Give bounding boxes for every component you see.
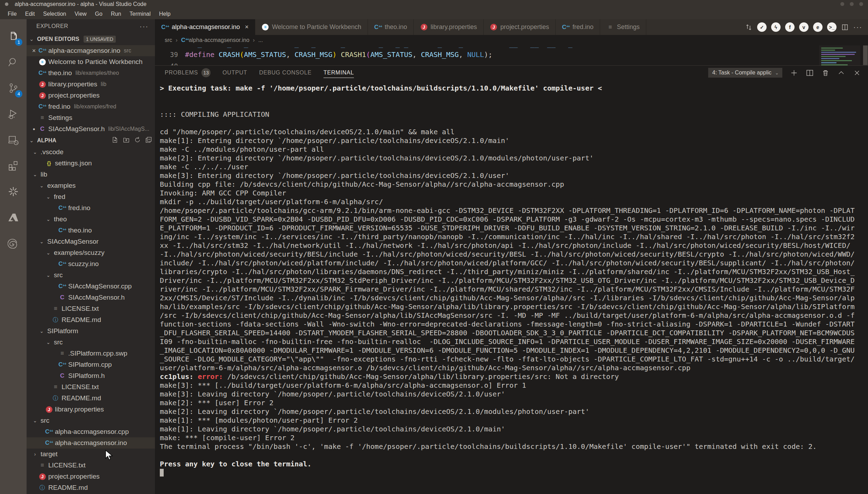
tab-theo.ino[interactable]: C++theo.ino	[368, 19, 414, 35]
activity-particle-workbench[interactable]	[0, 179, 27, 205]
tree-file-license.txt[interactable]: ≡LICENSE.txt	[27, 303, 155, 314]
split-terminal-button[interactable]	[806, 69, 814, 77]
tree-file-theo.ino[interactable]: C++theo.ino	[27, 225, 155, 236]
tree-file-settings.json[interactable]: {}settings.json	[27, 158, 155, 169]
more-actions-icon[interactable]: ···	[853, 23, 862, 31]
new-terminal-button[interactable]	[790, 69, 798, 77]
tree-file-siplatform.h[interactable]: CSIPlatform.h	[27, 370, 155, 381]
activity-source-control[interactable]: 4	[0, 76, 27, 102]
tree-file-scuzzy.ino[interactable]: C++scuzzy.ino	[27, 258, 155, 270]
sidebar-more-actions-icon[interactable]: ···	[140, 22, 149, 30]
menu-selection[interactable]: Selection	[39, 9, 70, 19]
activity-explorer[interactable]: 1	[0, 24, 27, 50]
kill-terminal-button[interactable]	[821, 69, 830, 77]
terminal-selector-dropdown[interactable]: 4: Task - Compile applic ⌄	[708, 68, 782, 78]
open-editor-item[interactable]: Jproject.properties	[27, 90, 155, 101]
menu-go[interactable]: Go	[91, 9, 107, 19]
tree-folder-src[interactable]: ⌄src	[27, 415, 155, 426]
open-editor-item[interactable]: Jlibrary.propertieslib	[27, 79, 155, 90]
tree-file-fred.ino[interactable]: C++fred.ino	[27, 202, 155, 214]
activity-esp-idf[interactable]	[0, 231, 27, 257]
minimize-icon[interactable]	[840, 2, 844, 6]
tree-folder-.vscode[interactable]: ⌄.vscode	[27, 146, 155, 158]
tree-folder-siplatform[interactable]: ⌄SIPlatform	[27, 325, 155, 337]
tree-folder-src[interactable]: ⌄src	[27, 337, 155, 348]
tree-folder-src[interactable]: ⌄src	[27, 270, 155, 281]
folder-section-header[interactable]: ⌄ ALPHA	[27, 135, 155, 146]
activity-run-debug[interactable]	[0, 102, 27, 128]
scrollbar-thumb[interactable]	[863, 45, 868, 65]
menu-view[interactable]: View	[70, 9, 91, 19]
open-editor-item[interactable]: C++theo.inolib/examples/theo	[27, 67, 155, 79]
tree-folder-lib[interactable]: ⌄lib	[27, 169, 155, 180]
e-button-icon[interactable]: e	[813, 22, 823, 32]
tree-file-license.txt[interactable]: ≡LICENSE.txt	[27, 381, 155, 393]
close-window-icon[interactable]	[859, 2, 863, 6]
tree-file-siplatform.cpp[interactable]: C++SIPlatform.cpp	[27, 359, 155, 370]
tree-folder-target[interactable]: ›target	[27, 449, 155, 460]
breadcrumb-item[interactable]: ...	[258, 37, 263, 43]
serial-terminal-icon[interactable]: >_	[827, 22, 837, 32]
close-panel-button[interactable]	[853, 69, 861, 77]
activity-search[interactable]	[0, 50, 27, 76]
tree-folder-siaccmagsensor[interactable]: ⌄SIAccMagSensor	[27, 236, 155, 247]
menu-file[interactable]: File	[3, 9, 21, 19]
tab-project.properties[interactable]: Jproject.properties	[484, 19, 556, 35]
tab-welcome-to-particle-workbench[interactable]: ✳Welcome to Particle Workbench	[255, 19, 368, 35]
v-button-icon[interactable]: v	[799, 22, 809, 32]
maximize-panel-button[interactable]	[837, 69, 845, 77]
open-editor-item[interactable]: ≡Settings	[27, 112, 155, 123]
tree-file-license.txt[interactable]: ≡LICENSE.txt	[27, 460, 155, 471]
tree-file-.siplatform.cpp.swp[interactable]: ≡.SIPlatform.cpp.swp	[27, 348, 155, 359]
tree-folder-examples[interactable]: ⌄examples	[27, 180, 155, 191]
tree-folder-examples-scuzzy[interactable]: ⌄examples/scuzzy	[27, 247, 155, 258]
panel-tab-problems[interactable]: PROBLEMS13	[165, 66, 211, 80]
tree-file-library.properties[interactable]: Jlibrary.properties	[27, 404, 155, 415]
panel-tab-output[interactable]: OUTPUT	[222, 66, 247, 80]
close-icon[interactable]: ×	[29, 47, 38, 55]
close-icon[interactable]: ×	[245, 23, 249, 31]
tab-fred.ino[interactable]: C++fred.ino	[556, 19, 600, 35]
sync-icon[interactable]	[745, 23, 753, 31]
menu-edit[interactable]: Edit	[21, 9, 39, 19]
tree-file-siaccmagsensor.h[interactable]: CSIAccMagSensor.h	[27, 292, 155, 303]
activity-azure[interactable]	[0, 205, 27, 231]
tree-folder-fred[interactable]: ⌄fred	[27, 191, 155, 202]
menu-terminal[interactable]: Terminal	[125, 9, 155, 19]
split-editor-icon[interactable]	[841, 23, 849, 31]
menu-help[interactable]: Help	[155, 9, 175, 19]
tree-file-readme.md[interactable]: ⓘREADME.md	[27, 482, 155, 493]
new-file-icon[interactable]	[112, 136, 119, 145]
tree-file-readme.md[interactable]: ⓘREADME.md	[27, 314, 155, 325]
tree-file-readme.md[interactable]: ⓘREADME.md	[27, 393, 155, 404]
tree-file-siaccmagsensor.cpp[interactable]: C++SIAccMagSensor.cpp	[27, 281, 155, 292]
tree-folder-theo[interactable]: ⌄theo	[27, 214, 155, 225]
refresh-icon[interactable]	[134, 136, 141, 145]
editor-scrollbar[interactable]	[863, 45, 868, 65]
flash-lightning-icon[interactable]: ϟ	[771, 22, 781, 32]
window-controls[interactable]	[840, 2, 863, 6]
maximize-icon[interactable]	[850, 2, 854, 6]
tree-file-project.properties[interactable]: Jproject.properties	[27, 471, 155, 482]
panel-tab-debug-console[interactable]: DEBUG CONSOLE	[259, 66, 312, 80]
breadcrumb-item[interactable]: src	[165, 37, 172, 43]
tab-library.properties[interactable]: Jlibrary.properties	[414, 19, 484, 35]
open-editors-header[interactable]: ⌄ OPEN EDITORS 1 UNSAVED	[27, 33, 155, 45]
compile-check-icon[interactable]: ✓	[757, 22, 767, 32]
open-editor-item[interactable]: ●CSIAccMagSensor.hlib/SIAccMagS...	[27, 123, 155, 135]
terminal-output[interactable]: > Executing task: make -f '/home/psoper/…	[155, 80, 868, 494]
panel-tab-terminal[interactable]: TERMINAL	[323, 66, 354, 80]
tab-alpha-accmagsensor.ino[interactable]: C++alpha-accmagsensor.ino×	[155, 19, 255, 35]
f-button-icon[interactable]: f	[785, 22, 795, 32]
minimap[interactable]	[819, 45, 860, 65]
open-editor-item[interactable]: ×C++alpha-accmagsensor.inosrc	[27, 45, 155, 56]
menu-run[interactable]: Run	[107, 9, 125, 19]
tab-settings[interactable]: ≡Settings	[600, 19, 646, 35]
breadcrumb-item[interactable]: C++alpha-accmagsensor.ino	[181, 37, 249, 44]
open-editor-item[interactable]: ✳Welcome to Particle Workbench	[27, 56, 155, 67]
activity-extensions[interactable]	[0, 153, 27, 179]
tree-file-alpha-accmagsensor.cpp[interactable]: C++alpha-accmagsensor.cpp	[27, 426, 155, 437]
code-editor[interactable]: _ _ _ _ _ _ _ _ _ _ _ __ __ __ _ 39 #def…	[155, 45, 868, 65]
tree-file-alpha-accmagsensor.ino[interactable]: C++alpha-accmagsensor.ino	[27, 437, 155, 449]
activity-remote-explorer[interactable]	[0, 128, 27, 153]
